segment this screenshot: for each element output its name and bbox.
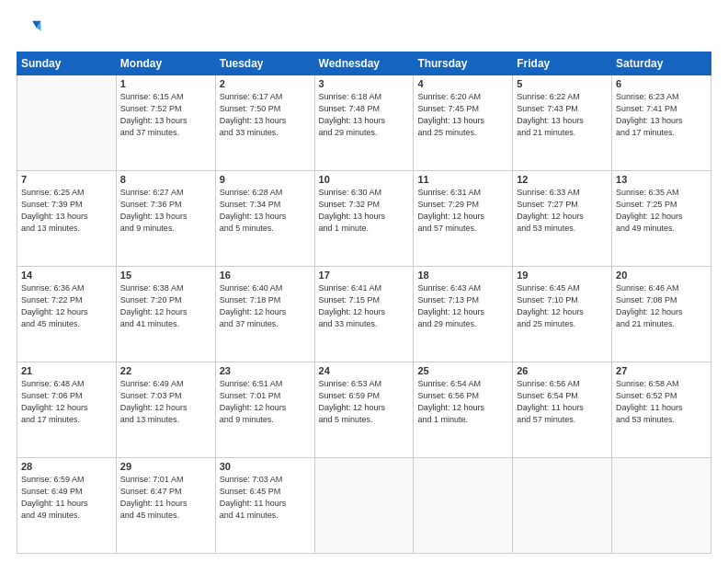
day-number: 2 [220,78,311,89]
calendar-cell: 8Sunrise: 6:27 AMSunset: 7:36 PMDaylight… [116,171,215,267]
day-number: 28 [21,461,112,472]
calendar-cell: 17Sunrise: 6:41 AMSunset: 7:15 PMDayligh… [314,267,414,362]
calendar-header-row: SundayMondayTuesdayWednesdayThursdayFrid… [17,52,711,75]
day-number: 3 [319,78,410,89]
calendar-cell: 13Sunrise: 6:35 AMSunset: 7:25 PMDayligh… [612,171,711,267]
day-number: 13 [616,174,707,185]
page: SundayMondayTuesdayWednesdayThursdayFrid… [0,0,728,563]
day-info: Sunrise: 6:56 AMSunset: 6:54 PMDaylight:… [517,378,608,426]
day-number: 25 [417,365,508,376]
calendar-cell: 11Sunrise: 6:31 AMSunset: 7:29 PMDayligh… [414,171,513,267]
logo-icon [17,17,42,42]
day-number: 20 [616,270,707,281]
calendar-cell [612,458,711,554]
day-info: Sunrise: 6:30 AMSunset: 7:32 PMDaylight:… [319,187,410,235]
day-info: Sunrise: 6:22 AMSunset: 7:43 PMDaylight:… [517,91,608,139]
calendar-week-row: 28Sunrise: 6:59 AMSunset: 6:49 PMDayligh… [17,458,711,554]
calendar-cell: 15Sunrise: 6:38 AMSunset: 7:20 PMDayligh… [116,267,215,362]
calendar-cell [314,458,414,554]
day-info: Sunrise: 6:28 AMSunset: 7:34 PMDaylight:… [220,187,311,235]
calendar-week-row: 7Sunrise: 6:25 AMSunset: 7:39 PMDaylight… [17,171,711,267]
day-info: Sunrise: 6:54 AMSunset: 6:56 PMDaylight:… [417,378,508,426]
day-info: Sunrise: 6:15 AMSunset: 7:52 PMDaylight:… [120,91,211,139]
calendar-cell [513,458,612,554]
calendar-cell: 26Sunrise: 6:56 AMSunset: 6:54 PMDayligh… [513,362,612,458]
day-number: 21 [21,365,112,376]
day-number: 7 [21,174,112,185]
day-info: Sunrise: 6:20 AMSunset: 7:45 PMDaylight:… [417,91,508,139]
day-info: Sunrise: 7:01 AMSunset: 6:47 PMDaylight:… [120,474,211,522]
calendar-cell: 16Sunrise: 6:40 AMSunset: 7:18 PMDayligh… [215,267,314,362]
header [17,17,711,42]
col-header-saturday: Saturday [612,52,711,75]
calendar-cell: 29Sunrise: 7:01 AMSunset: 6:47 PMDayligh… [116,458,215,554]
calendar-table: SundayMondayTuesdayWednesdayThursdayFrid… [17,52,711,554]
day-info: Sunrise: 6:51 AMSunset: 7:01 PMDaylight:… [220,378,311,426]
day-info: Sunrise: 6:35 AMSunset: 7:25 PMDaylight:… [616,187,707,235]
day-info: Sunrise: 6:43 AMSunset: 7:13 PMDaylight:… [417,282,508,330]
calendar-cell: 6Sunrise: 6:23 AMSunset: 7:41 PMDaylight… [612,75,711,171]
day-info: Sunrise: 6:38 AMSunset: 7:20 PMDaylight:… [120,282,211,330]
calendar-cell: 9Sunrise: 6:28 AMSunset: 7:34 PMDaylight… [215,171,314,267]
day-number: 30 [220,461,311,472]
calendar-cell: 3Sunrise: 6:18 AMSunset: 7:48 PMDaylight… [314,75,414,171]
calendar-cell: 23Sunrise: 6:51 AMSunset: 7:01 PMDayligh… [215,362,314,458]
calendar-cell: 22Sunrise: 6:49 AMSunset: 7:03 PMDayligh… [116,362,215,458]
day-info: Sunrise: 6:23 AMSunset: 7:41 PMDaylight:… [616,91,707,139]
calendar-week-row: 1Sunrise: 6:15 AMSunset: 7:52 PMDaylight… [17,75,711,171]
day-info: Sunrise: 6:59 AMSunset: 6:49 PMDaylight:… [21,474,112,522]
day-number: 12 [517,174,608,185]
day-info: Sunrise: 6:58 AMSunset: 6:52 PMDaylight:… [616,378,707,426]
col-header-wednesday: Wednesday [314,52,414,75]
day-info: Sunrise: 6:27 AMSunset: 7:36 PMDaylight:… [120,187,211,235]
day-number: 10 [319,174,410,185]
day-number: 29 [120,461,211,472]
calendar-cell: 27Sunrise: 6:58 AMSunset: 6:52 PMDayligh… [612,362,711,458]
calendar-cell: 2Sunrise: 6:17 AMSunset: 7:50 PMDaylight… [215,75,314,171]
day-number: 19 [517,270,608,281]
calendar-cell: 30Sunrise: 7:03 AMSunset: 6:45 PMDayligh… [215,458,314,554]
logo [17,17,46,42]
day-number: 23 [220,365,311,376]
calendar-cell: 24Sunrise: 6:53 AMSunset: 6:59 PMDayligh… [314,362,414,458]
day-number: 6 [616,78,707,89]
col-header-thursday: Thursday [414,52,513,75]
calendar-cell: 10Sunrise: 6:30 AMSunset: 7:32 PMDayligh… [314,171,414,267]
day-number: 16 [220,270,311,281]
day-number: 15 [120,270,211,281]
day-info: Sunrise: 6:31 AMSunset: 7:29 PMDaylight:… [417,187,508,235]
day-info: Sunrise: 6:33 AMSunset: 7:27 PMDaylight:… [517,187,608,235]
calendar-cell: 4Sunrise: 6:20 AMSunset: 7:45 PMDaylight… [414,75,513,171]
day-info: Sunrise: 6:36 AMSunset: 7:22 PMDaylight:… [21,282,112,330]
calendar-cell [17,75,117,171]
calendar-cell: 25Sunrise: 6:54 AMSunset: 6:56 PMDayligh… [414,362,513,458]
day-info: Sunrise: 6:25 AMSunset: 7:39 PMDaylight:… [21,187,112,235]
day-number: 8 [120,174,211,185]
day-number: 4 [417,78,508,89]
calendar-cell: 19Sunrise: 6:45 AMSunset: 7:10 PMDayligh… [513,267,612,362]
day-info: Sunrise: 6:49 AMSunset: 7:03 PMDaylight:… [120,378,211,426]
day-info: Sunrise: 6:48 AMSunset: 7:06 PMDaylight:… [21,378,112,426]
day-info: Sunrise: 6:18 AMSunset: 7:48 PMDaylight:… [319,91,410,139]
calendar-cell: 20Sunrise: 6:46 AMSunset: 7:08 PMDayligh… [612,267,711,362]
calendar-week-row: 14Sunrise: 6:36 AMSunset: 7:22 PMDayligh… [17,267,711,362]
day-info: Sunrise: 6:53 AMSunset: 6:59 PMDaylight:… [319,378,410,426]
day-number: 27 [616,365,707,376]
calendar-cell: 12Sunrise: 6:33 AMSunset: 7:27 PMDayligh… [513,171,612,267]
calendar-cell: 1Sunrise: 6:15 AMSunset: 7:52 PMDaylight… [116,75,215,171]
day-number: 24 [319,365,410,376]
calendar-cell: 21Sunrise: 6:48 AMSunset: 7:06 PMDayligh… [17,362,117,458]
day-number: 9 [220,174,311,185]
calendar-cell [414,458,513,554]
col-header-friday: Friday [513,52,612,75]
day-number: 5 [517,78,608,89]
day-number: 17 [319,270,410,281]
col-header-monday: Monday [116,52,215,75]
day-info: Sunrise: 7:03 AMSunset: 6:45 PMDaylight:… [220,474,311,522]
day-number: 1 [120,78,211,89]
day-number: 22 [120,365,211,376]
col-header-sunday: Sunday [17,52,117,75]
calendar-cell: 14Sunrise: 6:36 AMSunset: 7:22 PMDayligh… [17,267,117,362]
day-info: Sunrise: 6:40 AMSunset: 7:18 PMDaylight:… [220,282,311,330]
calendar-cell: 5Sunrise: 6:22 AMSunset: 7:43 PMDaylight… [513,75,612,171]
